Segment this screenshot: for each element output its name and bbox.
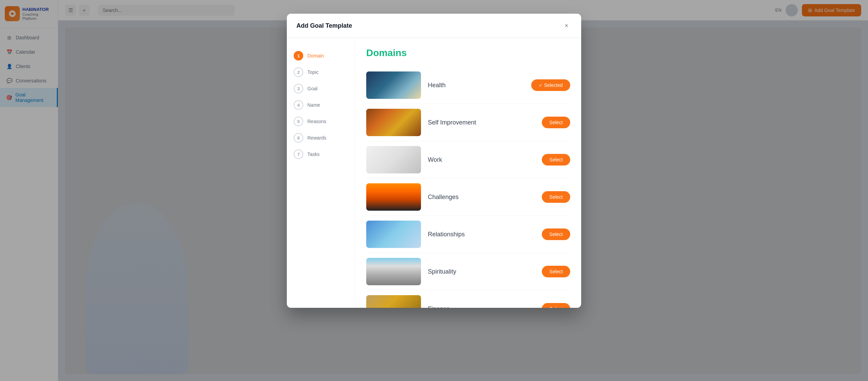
domain-item-health: Health ✓ Selected [366, 67, 570, 104]
step-circle-4: 4 [294, 100, 303, 110]
select-work-button[interactable]: Select [542, 154, 570, 166]
domain-name-work: Work [428, 156, 535, 163]
domain-thumb-work [366, 146, 421, 173]
checkmark-icon: ✓ [539, 83, 542, 88]
step-label-topic: Topic [307, 69, 319, 75]
step-7[interactable]: 7 Tasks [294, 146, 348, 162]
select-spirituality-button[interactable]: Select [542, 266, 570, 277]
select-relationships-button[interactable]: Select [542, 228, 570, 240]
select-self-improvement-button[interactable]: Select [542, 117, 570, 128]
domain-name-challenges: Challenges [428, 194, 535, 201]
domain-thumb-challenges [366, 183, 421, 211]
select-finance-button[interactable]: Select [542, 303, 570, 308]
select-health-button[interactable]: ✓ Selected [531, 79, 570, 91]
domain-name-finance: Finance [428, 305, 535, 308]
domain-item-challenges: Challenges Select [366, 179, 570, 216]
step-circle-3: 3 [294, 84, 303, 93]
modal-title: Add Goal Template [296, 22, 352, 29]
domain-name-spirituality: Spirituality [428, 268, 535, 275]
step-1[interactable]: 1 Domain [294, 48, 348, 64]
step-label-rewards: Rewards [307, 135, 326, 141]
step-label-goal: Goal [307, 86, 318, 91]
step-circle-2: 2 [294, 67, 303, 77]
domain-name-relationships: Relationships [428, 231, 535, 238]
domain-thumb-spirituality [366, 258, 421, 285]
domain-name-self-improvement: Self Improvement [428, 119, 535, 126]
domain-thumb-relationships [366, 221, 421, 248]
modal-overlay: Add Goal Template × 1 Domain 2 Topic [0, 0, 868, 381]
domain-thumb-self-improvement [366, 109, 421, 136]
step-2[interactable]: 2 Topic [294, 64, 348, 80]
step-circle-1: 1 [294, 51, 303, 61]
step-label-reasons: Reasons [307, 119, 326, 124]
modal-header: Add Goal Template × [287, 14, 581, 38]
close-button[interactable]: × [561, 21, 572, 31]
domain-thumb-finance [366, 295, 421, 308]
domain-item-work: Work Select [366, 141, 570, 179]
step-circle-5: 5 [294, 117, 303, 126]
domain-item-self-improvement: Self Improvement Select [366, 104, 570, 141]
domain-thumb-health [366, 71, 421, 99]
step-label-domain: Domain [307, 53, 324, 58]
step-circle-6: 6 [294, 133, 303, 143]
step-label-name: Name [307, 102, 320, 108]
domain-item-finance: Finance Select [366, 290, 570, 308]
step-5[interactable]: 5 Reasons [294, 113, 348, 130]
step-3[interactable]: 3 Goal [294, 80, 348, 97]
domains-content: Domains Health ✓ Selected Self Improveme… [355, 38, 581, 308]
domain-item-relationships: Relationships Select [366, 216, 570, 253]
step-circle-7: 7 [294, 149, 303, 159]
modal: Add Goal Template × 1 Domain 2 Topic [287, 14, 581, 308]
wizard-steps: 1 Domain 2 Topic 3 Goal [287, 38, 355, 308]
step-4[interactable]: 4 Name [294, 97, 348, 113]
modal-body: 1 Domain 2 Topic 3 Goal [287, 38, 581, 308]
domains-title: Domains [366, 48, 570, 58]
step-6[interactable]: 6 Rewards [294, 130, 348, 146]
step-label-tasks: Tasks [307, 152, 320, 157]
select-challenges-button[interactable]: Select [542, 191, 570, 203]
domain-item-spirituality: Spirituality Select [366, 253, 570, 290]
domain-name-health: Health [428, 82, 524, 89]
